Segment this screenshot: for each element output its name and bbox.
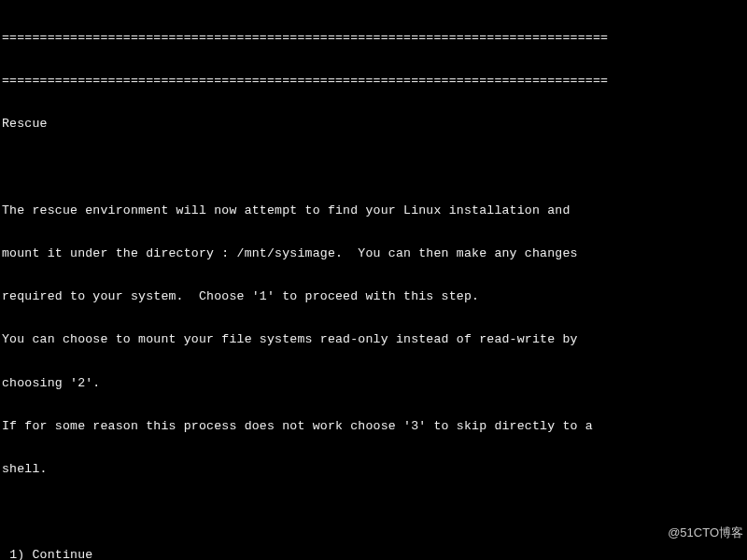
intro-text: If for some reason this process does not… [2,419,745,433]
intro-text: The rescue environment will now attempt … [2,203,745,217]
separator: ========================================… [2,74,745,88]
rescue-terminal: ========================================… [0,0,747,560]
intro-text: You can choose to mount your file system… [2,332,745,346]
intro-text: choosing '2'. [2,376,745,390]
tmux-statusbar: [anaconda] 1:main* 2:shell 3:log 4:stora… [0,545,747,560]
watermark-text: @51CTO博客 [668,525,743,541]
separator: ========================================… [2,31,745,45]
section-title-rescue: Rescue [2,117,745,131]
intro-text: shell. [2,462,745,476]
intro-text: mount it under the directory : /mnt/sysi… [2,246,745,260]
intro-text: required to your system. Choose '1' to p… [2,289,745,303]
